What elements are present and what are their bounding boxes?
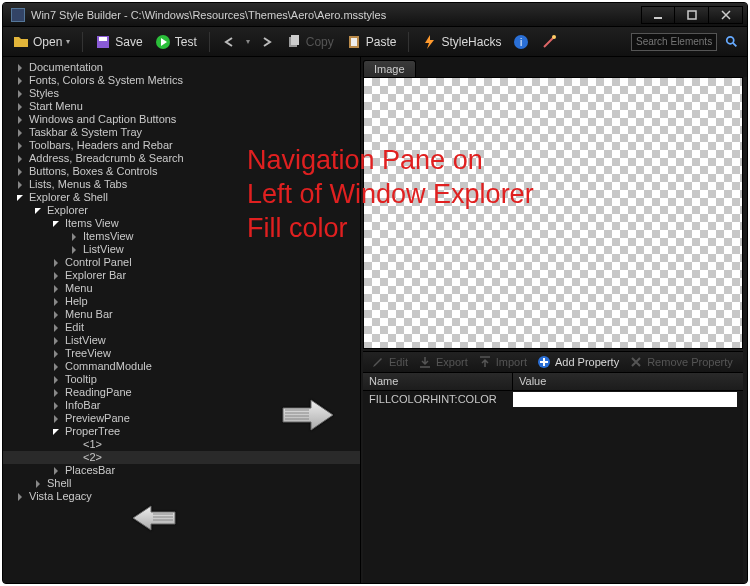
import-button[interactable]: Import — [478, 355, 527, 369]
image-tab[interactable]: Image — [363, 60, 416, 77]
chevron-right-icon[interactable] — [15, 128, 25, 138]
tree-item[interactable]: Menu Bar — [3, 308, 360, 321]
open-label: Open — [33, 35, 62, 49]
image-preview[interactable] — [363, 77, 743, 349]
undo-button[interactable] — [218, 32, 242, 52]
chevron-right-icon[interactable] — [51, 466, 61, 476]
open-button[interactable]: Open ▾ — [9, 32, 74, 52]
tree-item[interactable]: Tooltip — [3, 373, 360, 386]
tree[interactable]: DocumentationFonts, Colors & System Metr… — [3, 61, 360, 503]
tree-item[interactable]: Vista Legacy — [3, 490, 360, 503]
tree-item[interactable]: Taskbar & System Tray — [3, 126, 360, 139]
tree-item[interactable]: Explorer Bar — [3, 269, 360, 282]
chevron-down-icon[interactable] — [51, 427, 61, 437]
chevron-right-icon[interactable] — [15, 180, 25, 190]
header-name[interactable]: Name — [363, 373, 513, 390]
chevron-right-icon[interactable] — [51, 284, 61, 294]
header-value[interactable]: Value — [513, 373, 743, 390]
tree-item[interactable]: Styles — [3, 87, 360, 100]
stylehacks-button[interactable]: StyleHacks — [417, 32, 505, 52]
tree-item[interactable]: Start Menu — [3, 100, 360, 113]
tree-item[interactable]: Windows and Caption Buttons — [3, 113, 360, 126]
chevron-down-icon[interactable] — [33, 206, 43, 216]
tree-item[interactable]: ProperTree — [3, 425, 360, 438]
chevron-right-icon[interactable] — [15, 141, 25, 151]
wand-button[interactable] — [537, 32, 561, 52]
chevron-right-icon[interactable] — [51, 336, 61, 346]
chevron-right-icon[interactable] — [51, 388, 61, 398]
add-property-button[interactable]: Add Property — [537, 355, 619, 369]
chevron-right-icon[interactable] — [51, 362, 61, 372]
save-button[interactable]: Save — [91, 32, 146, 52]
chevron-down-icon[interactable] — [15, 193, 25, 203]
copy-button[interactable]: Copy — [282, 32, 338, 52]
property-row[interactable]: FILLCOLORHINT:COLOR — [363, 391, 743, 409]
tree-item[interactable]: PlacesBar — [3, 464, 360, 477]
chevron-right-icon[interactable] — [51, 297, 61, 307]
tree-item[interactable]: Help — [3, 295, 360, 308]
chevron-right-icon[interactable] — [51, 401, 61, 411]
wand-icon — [541, 34, 557, 50]
chevron-down-icon[interactable] — [51, 219, 61, 229]
tree-item[interactable]: Address, Breadcrumb & Search — [3, 152, 360, 165]
tree-item[interactable]: <1> — [3, 438, 360, 451]
chevron-right-icon[interactable] — [51, 310, 61, 320]
chevron-right-icon[interactable] — [51, 375, 61, 385]
maximize-button[interactable] — [675, 6, 709, 24]
chevron-right-icon[interactable] — [15, 154, 25, 164]
tree-item[interactable]: ReadingPane — [3, 386, 360, 399]
chevron-right-icon[interactable] — [15, 89, 25, 99]
search-button[interactable] — [723, 33, 741, 51]
tree-item[interactable]: PreviewPane — [3, 412, 360, 425]
tree-item[interactable]: Items View — [3, 217, 360, 230]
chevron-right-icon[interactable] — [51, 271, 61, 281]
remove-property-button[interactable]: Remove Property — [629, 355, 733, 369]
test-button[interactable]: Test — [151, 32, 201, 52]
tree-item[interactable]: Explorer & Shell — [3, 191, 360, 204]
tree-item-label: Control Panel — [65, 256, 132, 269]
tree-item[interactable]: Edit — [3, 321, 360, 334]
tree-item[interactable]: Menu — [3, 282, 360, 295]
chevron-right-icon[interactable] — [15, 167, 25, 177]
search-input[interactable] — [631, 33, 717, 51]
tree-item[interactable]: Buttons, Boxes & Controls — [3, 165, 360, 178]
chevron-right-icon[interactable] — [51, 258, 61, 268]
close-button[interactable] — [709, 6, 743, 24]
chevron-right-icon[interactable] — [51, 323, 61, 333]
info-button[interactable]: i — [509, 32, 533, 52]
tree-item[interactable]: Shell — [3, 477, 360, 490]
property-value[interactable] — [513, 392, 737, 407]
chevron-right-icon[interactable] — [15, 102, 25, 112]
tree-item[interactable]: Fonts, Colors & System Metrics — [3, 74, 360, 87]
tree-item-label: Taskbar & System Tray — [29, 126, 142, 139]
chevron-right-icon[interactable] — [15, 492, 25, 502]
chevron-right-icon[interactable] — [33, 479, 43, 489]
tree-item[interactable]: TreeView — [3, 347, 360, 360]
edit-button[interactable]: Edit — [371, 355, 408, 369]
redo-button[interactable] — [254, 32, 278, 52]
tree-item[interactable]: <2> — [3, 451, 360, 464]
chevron-right-icon[interactable] — [51, 349, 61, 359]
tree-item-label: Tooltip — [65, 373, 97, 386]
chevron-down-icon[interactable]: ▾ — [246, 37, 250, 46]
tree-item[interactable]: Documentation — [3, 61, 360, 74]
tree-item[interactable]: ListView — [3, 334, 360, 347]
chevron-right-icon[interactable] — [51, 414, 61, 424]
tree-item[interactable]: ListView — [3, 243, 360, 256]
tree-item[interactable]: ItemsView — [3, 230, 360, 243]
tree-item[interactable]: Control Panel — [3, 256, 360, 269]
tree-item[interactable]: InfoBar — [3, 399, 360, 412]
chevron-right-icon[interactable] — [69, 232, 79, 242]
tree-item[interactable]: Toolbars, Headers and Rebar — [3, 139, 360, 152]
chevron-right-icon[interactable] — [15, 115, 25, 125]
chevron-right-icon[interactable] — [69, 245, 79, 255]
tree-item[interactable]: Lists, Menus & Tabs — [3, 178, 360, 191]
tree-item[interactable]: Explorer — [3, 204, 360, 217]
export-button[interactable]: Export — [418, 355, 468, 369]
tree-item-label: InfoBar — [65, 399, 100, 412]
tree-item[interactable]: CommandModule — [3, 360, 360, 373]
chevron-right-icon[interactable] — [15, 63, 25, 73]
paste-button[interactable]: Paste — [342, 32, 401, 52]
minimize-button[interactable] — [641, 6, 675, 24]
chevron-right-icon[interactable] — [15, 76, 25, 86]
